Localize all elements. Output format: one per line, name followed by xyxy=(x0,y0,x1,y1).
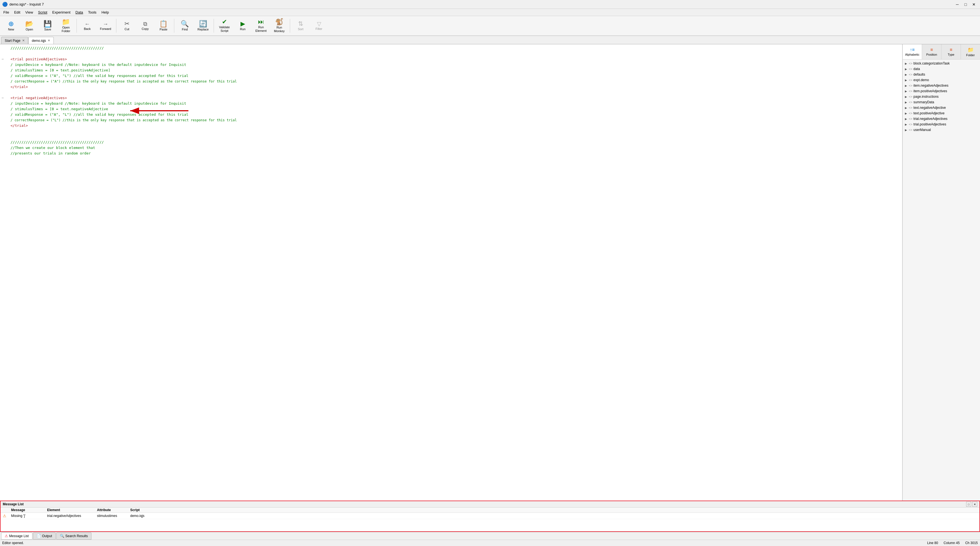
tree-item-page[interactable]: ▶ <> page.instructions xyxy=(903,94,980,99)
toolbar-copy-button[interactable]: ⧉ Copy xyxy=(136,17,154,34)
code-line xyxy=(0,129,902,134)
title-bar-controls: ─ □ ✕ xyxy=(953,2,978,8)
collapse-minus-2[interactable]: − xyxy=(2,95,4,101)
collapse-minus[interactable]: − xyxy=(2,57,4,62)
toolbar-open-folder-button[interactable]: 📁 OpenFolder xyxy=(57,17,75,34)
run-element-icon: ⏭ xyxy=(258,19,264,25)
toolbar-cut-button[interactable]: ✂ Cut xyxy=(118,17,136,34)
toolbar-back-button[interactable]: ← Back xyxy=(78,17,96,34)
copy-icon: ⧉ xyxy=(143,21,147,27)
tab-demo-iqjs[interactable]: demo.iqjs ✕ xyxy=(28,37,54,44)
toolbar-paste-label: Paste xyxy=(160,28,167,31)
tree-item-item-negative[interactable]: ▶ <> item.negativeAdjectives xyxy=(903,83,980,88)
toolbar-run-monkey-label: RunMonkey xyxy=(274,26,285,33)
toolbar-paste-button[interactable]: 📋 Paste xyxy=(154,17,172,34)
toolbar-sort-button[interactable]: ⇅ Sort xyxy=(292,17,310,34)
menu-view[interactable]: View xyxy=(23,10,35,15)
message-list-title: Message List xyxy=(3,502,24,506)
status-position-info: Line 80 Column 45 Ch 3015 xyxy=(927,541,978,545)
tree-item-defaults[interactable]: ▶ <> defaults xyxy=(903,72,980,77)
panel-tab-position[interactable]: ≡ Position xyxy=(922,44,942,59)
menu-script[interactable]: Script xyxy=(36,10,49,15)
toolbar-open-button[interactable]: 📂 Open xyxy=(21,17,38,34)
panel-tab-type-label: Type xyxy=(948,53,955,56)
tree-item-trial-positive[interactable]: ▶ <> trial.positiveAdjectives xyxy=(903,122,980,127)
output-tab-icon: 📄 xyxy=(37,534,41,538)
tree-icon: <> xyxy=(909,78,912,82)
toolbar-run-element-button[interactable]: ⏭ RunElement xyxy=(252,17,270,34)
tree-arrow: ▶ xyxy=(905,79,908,82)
close-button[interactable]: ✕ xyxy=(970,2,978,8)
toolbar-find-button[interactable]: 🔍 Find xyxy=(176,17,194,34)
panel-tab-alphabetic-label: Alphabetic xyxy=(905,53,920,56)
tree-item-expt[interactable]: ▶ <> expt.demo xyxy=(903,77,980,83)
tree-item-text-negative[interactable]: ▶ <> text.negativeAdjective xyxy=(903,105,980,111)
panel-tab-folder[interactable]: 📁 Folder xyxy=(961,44,980,59)
app-window: 🔵 demo.iqjs* - Inquisit 7 ─ □ ✕ File Edi… xyxy=(0,0,980,546)
new-icon: ⊕ xyxy=(8,21,14,27)
menu-tools[interactable]: Tools xyxy=(86,10,99,15)
toolbar-sep-5 xyxy=(290,19,290,33)
tab-bar: Start Page ✕ demo.iqjs ✕ xyxy=(0,36,980,44)
toolbar-run-monkey-button[interactable]: 🐒 RunMonkey xyxy=(270,17,288,34)
toolbar-sep-3 xyxy=(174,19,174,33)
message-close-button[interactable]: ✕ xyxy=(972,502,977,507)
message-script: demo.iqjs xyxy=(130,514,158,518)
toolbar-replace-label: Replace xyxy=(197,28,208,31)
menu-edit[interactable]: Edit xyxy=(12,10,22,15)
filter-icon: ▽ xyxy=(317,21,321,27)
menu-file[interactable]: File xyxy=(1,10,11,15)
tree-item-item-positive[interactable]: ▶ <> item.positiveAdjectives xyxy=(903,88,980,94)
code-line: ////////////////////////////////////////… xyxy=(0,140,902,145)
bottom-tabs: ⚠ Message List 📄 Output 🔍 Search Results xyxy=(0,532,980,540)
toolbar-replace-button[interactable]: 🔄 Replace xyxy=(194,17,212,34)
tab-demo-iqjs-close[interactable]: ✕ xyxy=(48,39,50,42)
title-bar: 🔵 demo.iqjs* - Inquisit 7 ─ □ ✕ xyxy=(0,0,980,9)
col-header-icon xyxy=(3,508,11,512)
menu-experiment[interactable]: Experiment xyxy=(50,10,73,15)
message-list-tab-icon: ⚠ xyxy=(5,534,8,538)
warning-icon: ⚠ xyxy=(3,514,11,518)
toolbar-new-button[interactable]: ⊕ New xyxy=(2,17,20,34)
toolbar-new-label: New xyxy=(8,28,14,31)
toolbar: ⊕ New 📂 Open 💾 Save 📁 OpenFolder ← Back … xyxy=(0,16,980,36)
tree-item-text-positive[interactable]: ▶ <> text.positiveAdjective xyxy=(903,111,980,116)
tree-icon: <> xyxy=(909,73,912,76)
panel-tab-alphabetic[interactable]: ↑≡ Alphabetic xyxy=(903,44,922,59)
panel-tab-type[interactable]: ≡ Type xyxy=(942,44,961,59)
minimize-button[interactable]: ─ xyxy=(953,2,961,8)
tree-item-data[interactable]: ▶ <> data xyxy=(903,66,980,72)
open-icon: 📂 xyxy=(25,21,33,27)
tree-item-block[interactable]: ▶ <> block.categorizationTask xyxy=(903,60,980,66)
tab-start-page-close[interactable]: ✕ xyxy=(22,39,25,42)
menu-data[interactable]: Data xyxy=(73,10,85,15)
tree-label: trial.positiveAdjectives xyxy=(913,122,946,126)
message-row[interactable]: ⚠ Missing ']' trial.negativeAdjectives s… xyxy=(0,513,980,519)
maximize-button[interactable]: □ xyxy=(962,2,969,8)
tree-label: userManual xyxy=(913,128,931,132)
bottom-tab-message-list[interactable]: ⚠ Message List xyxy=(1,532,32,540)
toolbar-validate-button[interactable]: ✔ ValidateScript xyxy=(216,17,233,34)
code-line xyxy=(0,51,902,57)
toolbar-forward-button[interactable]: → Forward xyxy=(97,17,115,34)
code-editor[interactable]: ////////////////////////////////////////… xyxy=(0,44,902,501)
tree-item-summary[interactable]: ▶ <> summaryData xyxy=(903,99,980,105)
toolbar-save-button[interactable]: 💾 Save xyxy=(39,17,57,34)
bottom-tab-search-results[interactable]: 🔍 Search Results xyxy=(56,532,91,540)
bottom-tab-output[interactable]: 📄 Output xyxy=(33,532,56,540)
tab-start-page[interactable]: Start Page ✕ xyxy=(1,37,28,44)
toolbar-run-button[interactable]: ▶ Run xyxy=(234,17,251,34)
tree-arrow: ▶ xyxy=(905,90,908,93)
menu-help[interactable]: Help xyxy=(99,10,111,15)
tree-item-trial-negative[interactable]: ▶ <> trial.negativeAdjectives xyxy=(903,116,980,122)
code-line: </trial> xyxy=(0,84,902,90)
status-chars: Ch 3015 xyxy=(965,541,978,545)
status-line: Line 80 xyxy=(927,541,938,545)
message-restore-button[interactable]: □ xyxy=(966,502,971,507)
tree-icon: <> xyxy=(909,128,912,132)
tree-item-user-manual[interactable]: ▶ <> userManual xyxy=(903,127,980,133)
code-scroll[interactable]: ////////////////////////////////////////… xyxy=(0,44,902,501)
toolbar-filter-button[interactable]: ▽ Filter xyxy=(310,17,328,34)
paste-icon: 📋 xyxy=(159,21,168,27)
code-line xyxy=(0,134,902,140)
